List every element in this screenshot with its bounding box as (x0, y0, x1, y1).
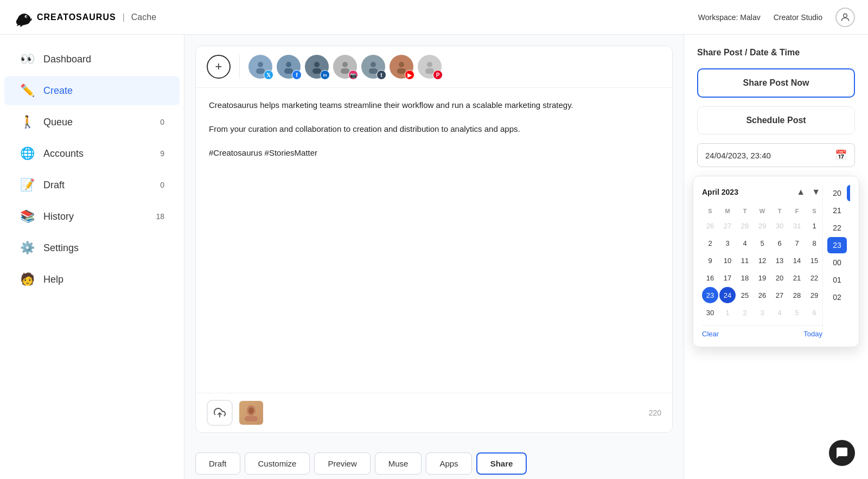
cal-day[interactable]: 5 (789, 304, 805, 321)
time-minute[interactable]: 41 (847, 202, 850, 219)
account-avatar-pinterest[interactable]: P (418, 55, 442, 79)
share-post-now-button[interactable]: Share Post Now (697, 68, 855, 98)
tab-customize[interactable]: Customize (245, 452, 310, 475)
cal-day[interactable]: 14 (789, 252, 805, 269)
cal-day[interactable]: 16 (702, 270, 718, 286)
cal-day[interactable]: 18 (737, 270, 753, 286)
add-account-button[interactable]: + (207, 55, 231, 79)
time-hour-selected[interactable]: 23 (827, 237, 847, 253)
cal-day[interactable]: 5 (754, 235, 770, 251)
user-avatar[interactable] (835, 8, 855, 27)
tab-muse[interactable]: Muse (375, 452, 422, 475)
cal-day-today[interactable]: 23 (702, 287, 718, 303)
tab-share[interactable]: Share (476, 452, 527, 475)
account-avatar-tumblr[interactable]: t (361, 55, 385, 79)
sidebar-item-dashboard[interactable]: 👀 Dashboard (4, 44, 180, 74)
cal-day[interactable]: 20 (771, 270, 788, 286)
time-hour[interactable]: 21 (827, 202, 847, 219)
cal-day[interactable]: 4 (771, 304, 788, 321)
sidebar-label-help: Help (43, 274, 63, 285)
cal-day[interactable]: 17 (719, 270, 736, 286)
tab-apps[interactable]: Apps (426, 452, 471, 475)
cal-day-selected[interactable]: 24 (719, 287, 736, 303)
time-hour[interactable]: 01 (827, 272, 847, 288)
tab-preview[interactable]: Preview (314, 452, 370, 475)
date-time-field[interactable]: 24/04/2023, 23:40 (705, 151, 835, 160)
cal-day[interactable]: 25 (737, 287, 753, 303)
calendar-popup: April 2023 ▲ ▼ S M T W T F S 26 27 (693, 176, 859, 347)
time-hour[interactable]: 20 (827, 185, 847, 201)
time-hour[interactable]: 02 (827, 289, 847, 305)
calendar-icon[interactable]: 📅 (835, 149, 847, 161)
cal-day[interactable]: 19 (754, 270, 770, 286)
attached-photo[interactable] (239, 401, 263, 425)
tab-draft[interactable]: Draft (195, 452, 240, 475)
post-line2: From your curation and collaboration to … (209, 123, 659, 136)
cal-day[interactable]: 28 (789, 287, 805, 303)
cal-day[interactable]: 26 (754, 287, 770, 303)
cal-day[interactable]: 11 (737, 252, 753, 269)
cal-day[interactable]: 13 (771, 252, 788, 269)
cal-day[interactable]: 3 (754, 304, 770, 321)
post-text-area[interactable]: Creatosaurus helps marketing teams strea… (196, 88, 672, 393)
creator-studio-link[interactable]: Creator Studio (774, 13, 822, 22)
time-minute[interactable]: 42 (847, 220, 850, 236)
cal-day[interactable]: 10 (719, 252, 736, 269)
account-avatar-facebook[interactable]: f (277, 55, 301, 79)
cal-day[interactable]: 6 (806, 304, 822, 321)
svg-point-1 (26, 16, 27, 17)
cal-day[interactable]: 29 (754, 218, 770, 234)
time-hour[interactable]: 00 (827, 254, 847, 271)
cal-day[interactable]: 21 (789, 270, 805, 286)
calendar-today-button[interactable]: Today (803, 330, 822, 338)
cal-day[interactable]: 30 (771, 218, 788, 234)
time-hour[interactable]: 22 (827, 220, 847, 236)
cal-day[interactable]: 28 (737, 218, 753, 234)
time-minute[interactable]: 43 (847, 237, 850, 253)
sidebar-item-accounts[interactable]: 🌐 Accounts 9 (4, 139, 180, 168)
calendar-down-button[interactable]: ▼ (809, 185, 822, 199)
right-panel: Share Post / Date & Time Share Post Now … (684, 35, 868, 479)
cal-day[interactable]: 6 (771, 235, 788, 251)
cal-day[interactable]: 27 (719, 218, 736, 234)
sidebar-item-settings[interactable]: ⚙️ Settings (4, 233, 180, 263)
account-avatar-linkedin[interactable]: in (305, 55, 329, 79)
cal-day[interactable]: 31 (789, 218, 805, 234)
cal-day[interactable]: 3 (719, 235, 736, 251)
cal-day[interactable]: 15 (806, 252, 822, 269)
chat-button[interactable] (829, 440, 855, 466)
account-avatar-twitter[interactable]: 𝕏 (248, 55, 272, 79)
time-minute[interactable]: 45 (847, 272, 850, 288)
cal-day[interactable]: 22 (806, 270, 822, 286)
cal-day[interactable]: 26 (702, 218, 718, 234)
cal-day[interactable]: 8 (806, 235, 822, 251)
sidebar-item-help[interactable]: 🧑 Help (4, 265, 180, 294)
account-avatar-instagram[interactable]: 📷 (333, 55, 357, 79)
time-minute[interactable]: 44 (847, 254, 850, 271)
cal-day[interactable]: 4 (737, 235, 753, 251)
linkedin-badge: in (320, 70, 330, 80)
date-time-input[interactable]: 24/04/2023, 23:40 📅 (697, 143, 855, 167)
cal-day[interactable]: 2 (737, 304, 753, 321)
calendar-clear-button[interactable]: Clear (702, 330, 719, 338)
cal-day[interactable]: 2 (702, 235, 718, 251)
cal-day[interactable]: 7 (789, 235, 805, 251)
upload-button[interactable] (207, 400, 233, 426)
sidebar-item-history[interactable]: 📚 History 18 (4, 202, 180, 231)
calendar-up-button[interactable]: ▲ (794, 185, 807, 199)
history-icon: 📚 (20, 209, 35, 223)
sidebar-item-create[interactable]: ✏️ Create (4, 76, 180, 105)
cal-day[interactable]: 29 (806, 287, 822, 303)
cal-day[interactable]: 27 (771, 287, 788, 303)
cal-day[interactable]: 30 (702, 304, 718, 321)
sidebar-item-draft[interactable]: 📝 Draft 0 (4, 170, 180, 200)
account-avatar-youtube[interactable]: ▶ (390, 55, 413, 79)
time-minute-selected[interactable]: 40 (847, 185, 850, 201)
time-minute[interactable]: 46 (847, 289, 850, 305)
cal-day[interactable]: 1 (719, 304, 736, 321)
schedule-post-button[interactable]: Schedule Post (697, 106, 855, 135)
cal-day[interactable]: 1 (806, 218, 822, 234)
sidebar-item-queue[interactable]: 🚶 Queue 0 (4, 107, 180, 137)
cal-day[interactable]: 12 (754, 252, 770, 269)
cal-day[interactable]: 9 (702, 252, 718, 269)
